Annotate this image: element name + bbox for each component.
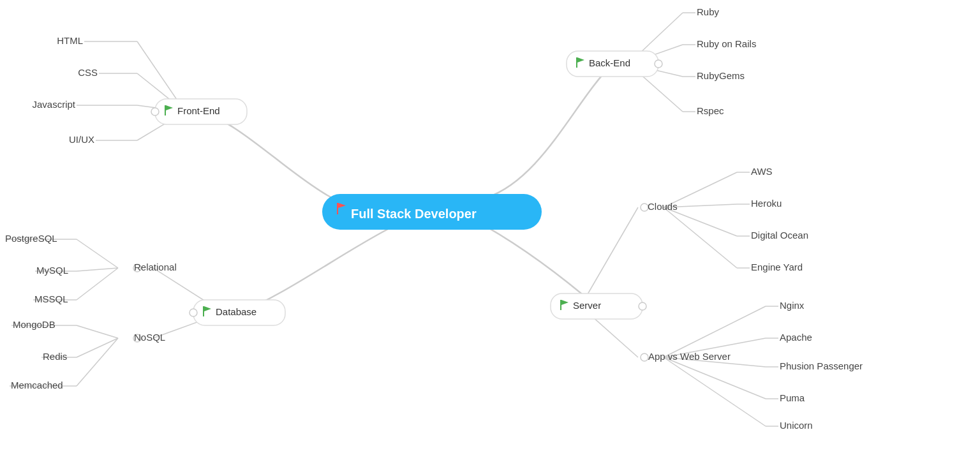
svg-point-68 bbox=[189, 309, 197, 316]
relational-label: Relational bbox=[134, 262, 177, 272]
html-label: HTML bbox=[57, 35, 83, 46]
appserver-label: App vs Web Server bbox=[648, 351, 731, 362]
mysql-label: MySQL bbox=[36, 265, 68, 276]
svg-rect-58 bbox=[165, 105, 166, 115]
svg-line-26 bbox=[77, 325, 118, 338]
center-label: Full Stack Developer bbox=[351, 207, 477, 221]
phusion-label: Phusion Passenger bbox=[780, 360, 863, 371]
memcached-label: Memcached bbox=[11, 380, 63, 390]
svg-line-50 bbox=[664, 357, 766, 399]
svg-rect-62 bbox=[576, 57, 577, 68]
postgresql-label: PostgreSQL bbox=[5, 233, 57, 244]
unicorn-label: Unicorn bbox=[780, 420, 813, 431]
svg-line-32 bbox=[581, 207, 638, 306]
svg-line-44 bbox=[664, 306, 766, 357]
svg-point-43 bbox=[641, 353, 648, 361]
mongodb-label: MongoDB bbox=[13, 319, 56, 330]
server-label: Server bbox=[573, 300, 601, 311]
heroku-label: Heroku bbox=[751, 198, 782, 209]
clouds-label: Clouds bbox=[648, 201, 678, 212]
aws-label: AWS bbox=[751, 166, 773, 177]
database-label: Database bbox=[216, 306, 256, 317]
svg-rect-70 bbox=[560, 300, 561, 310]
redis-label: Redis bbox=[43, 351, 67, 362]
svg-line-28 bbox=[77, 338, 118, 357]
ruby-label: Ruby bbox=[697, 6, 720, 17]
frontend-label: Front-End bbox=[177, 105, 220, 116]
uiux-label: UI/UX bbox=[69, 134, 94, 145]
svg-line-41 bbox=[664, 207, 737, 268]
svg-point-60 bbox=[151, 108, 159, 115]
svg-point-72 bbox=[639, 302, 646, 310]
svg-line-19 bbox=[77, 239, 118, 268]
nosql-label: NoSQL bbox=[134, 332, 165, 343]
apache-label: Apache bbox=[780, 332, 812, 343]
rubygems-label: RubyGems bbox=[697, 70, 745, 81]
rspec-label: Rspec bbox=[697, 105, 724, 116]
svg-line-23 bbox=[77, 268, 118, 300]
svg-line-30 bbox=[77, 338, 118, 386]
svg-point-64 bbox=[655, 60, 662, 68]
svg-rect-55 bbox=[337, 203, 338, 214]
digital-ocean-label: Digital Ocean bbox=[751, 230, 808, 241]
nginx-label: Nginx bbox=[780, 300, 805, 311]
backend-label: Back-End bbox=[589, 57, 630, 68]
js-label: Javascript bbox=[32, 99, 75, 110]
mssql-label: MSSQL bbox=[34, 293, 68, 304]
rails-label: Ruby on Rails bbox=[697, 38, 756, 49]
svg-line-52 bbox=[664, 357, 766, 426]
svg-line-21 bbox=[77, 268, 118, 271]
svg-rect-66 bbox=[203, 306, 204, 316]
engine-yard-label: Engine Yard bbox=[751, 262, 803, 272]
puma-label: Puma bbox=[780, 392, 805, 403]
css-label: CSS bbox=[78, 67, 98, 78]
